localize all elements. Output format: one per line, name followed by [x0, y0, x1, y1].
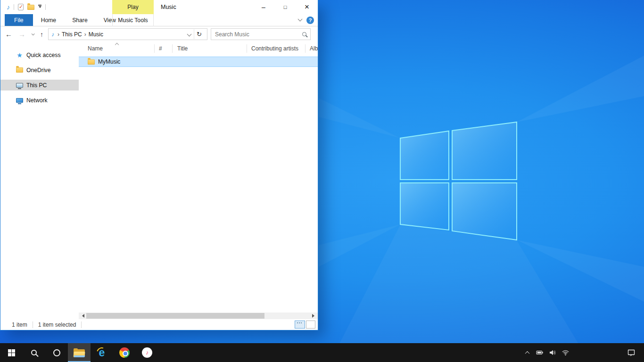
item-count: 1 item — [12, 321, 27, 328]
tab-share[interactable]: Share — [64, 14, 96, 26]
sidebar-item-label: OneDrive — [26, 67, 50, 74]
properties-icon[interactable] — [18, 4, 24, 10]
divider — [33, 321, 33, 328]
speaker-icon — [549, 349, 556, 356]
taskbar: e ♪ — [0, 343, 644, 362]
window-controls: – □ × — [253, 0, 318, 14]
search-input[interactable] — [215, 31, 302, 38]
scrollbar-thumb[interactable] — [86, 313, 264, 319]
wifi-button[interactable] — [561, 343, 570, 362]
internet-explorer-icon: e — [96, 347, 107, 358]
folder-icon — [88, 59, 95, 65]
column-headers: Name # Title Contributing artists Alb — [79, 42, 318, 55]
recent-locations-chevron-icon[interactable] — [32, 32, 35, 35]
column-header-title[interactable]: Title — [173, 44, 247, 53]
taskbar-search-button[interactable] — [23, 343, 45, 362]
windows-logo-icon — [8, 349, 15, 356]
large-icons-view-button[interactable] — [306, 321, 315, 329]
action-center-icon — [627, 348, 636, 357]
divider — [45, 4, 46, 10]
column-header-number[interactable]: # — [155, 44, 173, 53]
battery-icon — [536, 349, 544, 356]
customize-quick-access-dropdown[interactable] — [38, 5, 41, 9]
sidebar-item-network[interactable]: Network — [0, 95, 79, 106]
window-title: Music — [161, 0, 176, 14]
tab-home[interactable]: Home — [33, 14, 65, 26]
minimize-button[interactable]: – — [253, 0, 274, 14]
sidebar-item-label: This PC — [26, 82, 47, 89]
divider — [14, 4, 14, 10]
divider — [81, 321, 82, 328]
title-bar: ♪ Play Music – □ × — [0, 0, 318, 14]
taskbar-file-explorer-button[interactable] — [68, 343, 91, 362]
selection-summary: 1 item selected — [38, 321, 76, 328]
search-box — [211, 28, 311, 40]
up-button[interactable]: ↑ — [40, 31, 43, 38]
volume-button[interactable] — [548, 343, 557, 362]
cortana-circle-icon — [53, 349, 60, 356]
search-icon[interactable] — [302, 32, 306, 36]
action-center-button[interactable] — [624, 343, 638, 362]
app-music-note-icon: ♪ — [7, 4, 10, 10]
quick-access-star-icon: ★ — [17, 52, 23, 58]
computer-icon — [16, 83, 23, 88]
back-button[interactable]: ← — [5, 30, 12, 38]
taskbar-itunes-button[interactable]: ♪ — [136, 343, 158, 362]
contextual-group-play[interactable]: Play — [112, 0, 154, 14]
battery-status-button[interactable] — [536, 343, 544, 362]
navigation-bar: ← → ↑ ♪ › This PC › Music ↻ — [0, 26, 318, 42]
file-explorer-window: ♪ Play Music – □ × File Home Share View … — [0, 0, 318, 330]
file-name: MyMusic — [98, 58, 120, 65]
taskbar-chrome-button[interactable] — [113, 343, 136, 362]
sidebar-item-label: Network — [26, 97, 48, 104]
address-bar[interactable]: ♪ › This PC › Music ↻ — [48, 28, 207, 40]
file-row-mymusic-selected[interactable]: MyMusic — [79, 57, 318, 67]
file-explorer-icon — [74, 348, 85, 357]
itunes-icon: ♪ — [142, 347, 152, 358]
close-button[interactable]: × — [296, 0, 318, 14]
ribbon-tab-row: File Home Share View Music Tools ? — [0, 14, 318, 26]
folder-icon — [16, 67, 23, 73]
navigation-pane: ★ Quick access OneDrive This PC Network — [0, 42, 79, 319]
breadcrumb-separator-icon: › — [84, 31, 86, 38]
sidebar-item-quick-access[interactable]: ★ Quick access — [0, 49, 79, 60]
file-list-pane: Name # Title Contributing artists Alb My… — [79, 42, 318, 319]
breadcrumb-music[interactable]: Music — [89, 31, 103, 38]
forward-button[interactable]: → — [18, 30, 25, 38]
breadcrumb-separator-icon: › — [58, 31, 59, 38]
chrome-icon — [119, 347, 130, 358]
maximize-button[interactable]: □ — [274, 0, 296, 14]
main-area: ★ Quick access OneDrive This PC Network … — [0, 42, 318, 319]
refresh-button[interactable]: ↻ — [194, 31, 204, 38]
tab-file[interactable]: File — [5, 14, 33, 26]
sidebar-item-onedrive[interactable]: OneDrive — [0, 65, 79, 75]
scroll-left-arrow-icon[interactable] — [80, 314, 84, 318]
new-folder-icon[interactable] — [27, 5, 34, 10]
scroll-right-arrow-icon[interactable] — [312, 314, 316, 318]
location-music-note-icon: ♪ — [51, 31, 54, 38]
details-view-button[interactable] — [295, 321, 305, 329]
sidebar-item-label: Quick access — [26, 52, 60, 58]
network-icon — [16, 98, 23, 103]
cortana-button[interactable] — [45, 343, 68, 362]
help-button[interactable]: ? — [306, 16, 314, 24]
wifi-icon — [561, 349, 570, 356]
breadcrumb-this-pc[interactable]: This PC — [62, 31, 82, 38]
column-header-album[interactable]: Alb — [305, 44, 318, 53]
search-icon — [31, 350, 37, 355]
start-button[interactable] — [0, 343, 23, 362]
address-dropdown-chevron-icon[interactable] — [187, 32, 192, 37]
status-bar: 1 item 1 item selected — [0, 319, 318, 330]
system-tray — [523, 343, 570, 362]
horizontal-scrollbar[interactable] — [79, 313, 318, 319]
taskbar-internet-explorer-button[interactable]: e — [91, 343, 113, 362]
chevron-up-icon — [525, 351, 529, 355]
sidebar-item-this-pc[interactable]: This PC — [0, 80, 79, 90]
show-hidden-icons-button[interactable] — [523, 343, 531, 362]
column-header-contributing-artists[interactable]: Contributing artists — [247, 44, 305, 53]
tab-music-tools[interactable]: Music Tools — [112, 14, 154, 26]
